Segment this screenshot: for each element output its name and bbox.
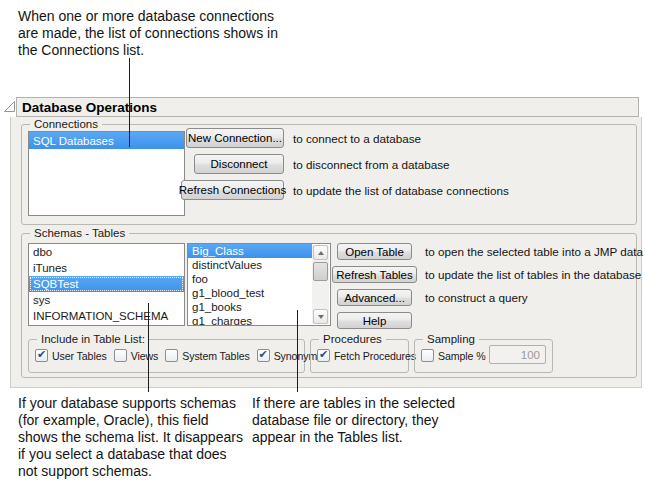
fetch-procedures-checkbox[interactable]: ✔ <box>317 349 330 362</box>
disclosure-triangle-icon[interactable] <box>3 99 16 112</box>
tables-list[interactable]: Big_Class distinctValues foo g1_blood_te… <box>187 243 331 326</box>
refresh-connections-button[interactable]: Refresh Connections <box>181 180 284 200</box>
connections-group-label: Connections <box>30 118 102 131</box>
open-table-button[interactable]: Open Table <box>337 243 412 260</box>
callout-line-schemas <box>148 303 149 392</box>
schema-item[interactable]: INFORMATION_SCHEMA <box>29 308 184 324</box>
refresh-connections-description: to update the list of database connectio… <box>293 184 509 197</box>
schemas-list[interactable]: dbo iTunes SQBTest sys INFORMATION_SCHEM… <box>28 243 185 326</box>
open-table-description: to open the selected table into a JMP da… <box>425 245 645 258</box>
disconnect-button[interactable]: Disconnect <box>194 154 284 174</box>
disconnect-description: to disconnect from a database <box>293 158 450 171</box>
schema-item-selected[interactable]: SQBTest <box>29 276 184 292</box>
system-tables-option[interactable]: System Tables <box>165 349 249 362</box>
table-item[interactable]: g1_blood_test <box>188 286 312 300</box>
annotation-top: When one or more database connections ar… <box>18 8 278 59</box>
annotation-line: database file or directory, they <box>252 412 455 429</box>
views-checkbox[interactable] <box>114 349 127 362</box>
tables-scrollbar[interactable] <box>312 245 329 324</box>
connections-list[interactable]: SQL Databases <box>28 131 185 216</box>
scroll-down-button[interactable] <box>313 309 328 324</box>
sampling-group-label: Sampling <box>423 333 479 346</box>
check-icon: ✔ <box>259 349 268 360</box>
check-icon: ✔ <box>319 349 328 360</box>
schemas-tables-group-label: Schemas - Tables <box>30 227 129 240</box>
schema-item[interactable]: iTunes <box>29 260 184 276</box>
sampling-checkbox-row: Sample % <box>421 349 485 362</box>
annotation-line: appear in the Tables list. <box>252 429 455 446</box>
table-item-selected[interactable]: Big_Class <box>188 244 312 258</box>
table-item[interactable]: foo <box>188 272 312 286</box>
system-tables-checkbox[interactable] <box>165 349 178 362</box>
annotation-line: When one or more database connections <box>18 8 278 25</box>
table-item[interactable]: distinctValues <box>188 258 312 272</box>
refresh-tables-button[interactable]: Refresh Tables <box>332 266 417 283</box>
check-icon: ✔ <box>37 349 46 360</box>
sample-percent-option[interactable]: Sample % <box>421 349 485 362</box>
list-item-sql-databases[interactable]: SQL Databases <box>29 132 184 149</box>
arrow-up-icon <box>318 251 324 255</box>
procedures-group-label: Procedures <box>319 333 386 346</box>
annotation-bottom-right: If there are tables in the selected data… <box>252 395 455 446</box>
synonyms-checkbox[interactable]: ✔ <box>257 349 270 362</box>
panel-title: Database Operations <box>22 100 157 115</box>
views-option[interactable]: Views <box>114 349 159 362</box>
new-connection-description: to connect to a database <box>293 132 421 145</box>
advanced-button[interactable]: Advanced... <box>337 289 412 306</box>
user-tables-option[interactable]: ✔ User Tables <box>35 349 107 362</box>
new-connection-button[interactable]: New Connection... <box>186 128 284 148</box>
user-tables-checkbox[interactable]: ✔ <box>35 349 48 362</box>
annotation-line: If there are tables in the selected <box>252 395 455 412</box>
annotation-line: shows the schema list. It disappears <box>18 429 243 446</box>
panel-header: Database Operations <box>16 97 639 117</box>
fetch-procedures-label: Fetch Procedures <box>334 350 416 362</box>
schema-item[interactable]: sys <box>29 292 184 308</box>
fetch-procedures-option[interactable]: ✔ Fetch Procedures <box>317 349 416 362</box>
table-item[interactable]: g1_charges <box>188 314 312 326</box>
annotation-line: if you select a database that does <box>18 446 243 463</box>
annotation-line: not support schemas. <box>18 463 243 480</box>
refresh-tables-description: to update the list of tables in the data… <box>425 268 641 281</box>
callout-line-connections <box>129 58 130 147</box>
include-group-label: Include in Table List: <box>37 333 149 346</box>
table-item[interactable]: g1_books <box>188 300 312 314</box>
help-button[interactable]: Help <box>337 312 412 329</box>
annotation-line: (for example, Oracle), this field <box>18 412 243 429</box>
arrow-down-icon <box>318 315 324 319</box>
sample-percent-checkbox[interactable] <box>421 349 434 362</box>
procedures-checkbox-row: ✔ Fetch Procedures <box>317 349 416 362</box>
scrollbar-thumb[interactable] <box>313 262 328 281</box>
callout-line-tables <box>297 310 298 392</box>
schema-item[interactable]: dbo <box>29 244 184 260</box>
annotation-line: the Connections list. <box>18 42 278 59</box>
include-checkbox-row: ✔ User Tables Views System Tables ✔ Syno… <box>35 349 322 362</box>
advanced-description: to construct a query <box>425 291 528 304</box>
system-tables-label: System Tables <box>182 350 249 362</box>
sample-percent-input[interactable] <box>489 345 546 364</box>
scroll-up-button[interactable] <box>313 245 328 260</box>
annotation-line: If your database supports schemas <box>18 395 243 412</box>
views-label: Views <box>131 350 159 362</box>
annotation-line: are made, the list of connections shows … <box>18 25 278 42</box>
user-tables-label: User Tables <box>52 350 107 362</box>
sample-percent-label: Sample % <box>438 350 485 362</box>
annotation-bottom-left: If your database supports schemas (for e… <box>18 395 243 480</box>
